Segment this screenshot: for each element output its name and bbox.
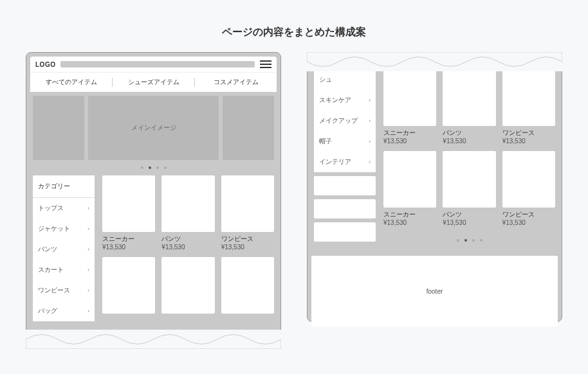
carousel-dot[interactable] xyxy=(164,166,167,169)
pagination-dot[interactable] xyxy=(480,239,482,242)
chevron-right-icon: › xyxy=(369,118,371,124)
chevron-right-icon: › xyxy=(87,287,89,294)
product-image xyxy=(221,257,274,314)
logo[interactable]: LOGO xyxy=(35,61,55,68)
product-image xyxy=(443,69,495,126)
product-name: パンツ xyxy=(443,210,495,219)
product-image xyxy=(502,69,555,126)
product-name: スニーカー xyxy=(102,235,155,244)
sidebar-item[interactable]: ジャケット› xyxy=(33,218,95,239)
sidebar-item[interactable]: インテリア› xyxy=(314,152,376,172)
hamburger-menu-icon[interactable] xyxy=(260,60,271,68)
torn-edge-bottom xyxy=(26,330,281,349)
chevron-right-icon: › xyxy=(369,159,371,165)
sidebar-item[interactable]: トップス› xyxy=(33,198,95,218)
nav-item[interactable]: すべてのアイテム xyxy=(30,78,112,87)
product-price: ¥13,530 xyxy=(383,138,436,145)
product-card[interactable]: ワンピース¥13,530 xyxy=(221,175,274,251)
product-card[interactable]: パンツ¥13,530 xyxy=(443,69,495,145)
sidebar-item[interactable]: シュ xyxy=(314,69,376,90)
pagination-dot[interactable] xyxy=(464,239,467,242)
product-card[interactable]: パンツ¥13,530 xyxy=(443,151,495,226)
banner-placeholder[interactable] xyxy=(314,199,376,218)
product-card[interactable]: スニーカー¥13,530 xyxy=(383,151,436,226)
product-name: スニーカー xyxy=(383,210,436,219)
product-card[interactable]: ワンピース¥13,530 xyxy=(502,151,555,226)
product-price: ¥13,530 xyxy=(221,244,274,251)
product-image xyxy=(102,175,155,232)
product-card[interactable] xyxy=(221,257,274,314)
pagination-dots xyxy=(383,233,555,248)
sidebar-item[interactable]: 帽子› xyxy=(314,131,376,152)
sidebar-heading: カテゴリー xyxy=(33,175,95,198)
hero-image-main[interactable]: メインイメージ xyxy=(88,96,219,160)
product-card[interactable] xyxy=(102,257,155,314)
product-image xyxy=(102,257,155,314)
chevron-right-icon: › xyxy=(369,138,371,145)
nav-item[interactable]: コスメアイテム xyxy=(194,78,277,87)
hero-carousel: メインイメージ xyxy=(30,92,277,160)
product-price: ¥13,530 xyxy=(502,219,555,226)
category-sidebar: シュ スキンケア› メイクアップ› 帽子› インテリア› xyxy=(314,69,376,172)
sidebar-item[interactable]: スキンケア› xyxy=(314,90,376,111)
product-image xyxy=(443,151,495,208)
pagination-dot[interactable] xyxy=(457,239,459,242)
product-card[interactable]: スニーカー¥13,530 xyxy=(383,69,436,145)
top-bar: LOGO xyxy=(30,57,277,72)
wireframe-frame-bottom: シュ スキンケア› メイクアップ› 帽子› インテリア› スニーカー¥13,53… xyxy=(307,52,562,322)
chevron-right-icon: › xyxy=(369,97,371,103)
product-name: パンツ xyxy=(161,235,214,244)
nav-bar: すべてのアイテム シューズアイテム コスメアイテム xyxy=(30,72,277,92)
sidebar-item[interactable]: パンツ› xyxy=(33,239,95,260)
product-image xyxy=(383,69,436,126)
banner-placeholder[interactable] xyxy=(314,176,376,195)
carousel-dot[interactable] xyxy=(156,166,159,169)
banner-placeholder[interactable] xyxy=(314,222,376,242)
sidebar-item[interactable]: メイクアップ› xyxy=(314,111,376,131)
product-card[interactable]: スニーカー¥13,530 xyxy=(102,175,155,251)
product-image xyxy=(221,175,274,232)
product-price: ¥13,530 xyxy=(383,219,436,226)
hero-image-next[interactable] xyxy=(223,96,274,160)
carousel-dots xyxy=(30,160,277,175)
carousel-dot[interactable] xyxy=(141,166,143,169)
torn-edge-top xyxy=(307,52,562,71)
chevron-right-icon: › xyxy=(87,205,89,211)
category-sidebar: カテゴリー トップス› ジャケット› パンツ› スカート› ワンピース› バッグ… xyxy=(33,175,95,321)
chevron-right-icon: › xyxy=(87,308,89,314)
sidebar-item[interactable]: ワンピース› xyxy=(33,280,95,301)
product-card[interactable] xyxy=(161,257,214,314)
product-price: ¥13,530 xyxy=(502,138,555,145)
product-price: ¥13,530 xyxy=(161,244,214,251)
product-name: パンツ xyxy=(443,129,495,138)
pagination-dot[interactable] xyxy=(472,239,475,242)
nav-item[interactable]: シューズアイテム xyxy=(112,78,194,87)
product-grid: スニーカー¥13,530 パンツ¥13,530 ワンピース¥13,530 xyxy=(102,175,274,321)
product-name: ワンピース xyxy=(221,235,274,244)
sidebar-item[interactable]: スカート› xyxy=(33,260,95,280)
product-price: ¥13,530 xyxy=(443,219,495,226)
footer-placeholder: footer xyxy=(311,256,558,326)
product-price: ¥13,530 xyxy=(443,138,495,145)
product-name: スニーカー xyxy=(383,129,436,138)
product-price: ¥13,530 xyxy=(102,244,155,251)
search-input[interactable] xyxy=(60,61,255,67)
product-name: ワンピース xyxy=(502,210,555,219)
wireframe-frame-top: LOGO すべてのアイテム シューズアイテム コスメアイテム メインイメージ カ… xyxy=(26,52,281,349)
chevron-right-icon: › xyxy=(87,226,89,232)
chevron-right-icon: › xyxy=(87,246,89,253)
hero-image-prev[interactable] xyxy=(33,96,84,160)
sidebar-item[interactable]: バッグ› xyxy=(33,301,95,321)
product-card[interactable]: パンツ¥13,530 xyxy=(161,175,214,251)
product-image xyxy=(161,175,214,232)
product-image xyxy=(383,151,436,208)
chevron-right-icon: › xyxy=(87,267,89,273)
page-title: ページの内容をまとめた構成案 xyxy=(0,0,588,52)
carousel-dot[interactable] xyxy=(149,166,151,169)
product-image xyxy=(161,257,214,314)
product-card[interactable]: ワンピース¥13,530 xyxy=(502,69,555,145)
product-grid: スニーカー¥13,530 パンツ¥13,530 ワンピース¥13,530 スニー… xyxy=(383,69,555,248)
product-name: ワンピース xyxy=(502,129,555,138)
product-image xyxy=(502,151,555,208)
